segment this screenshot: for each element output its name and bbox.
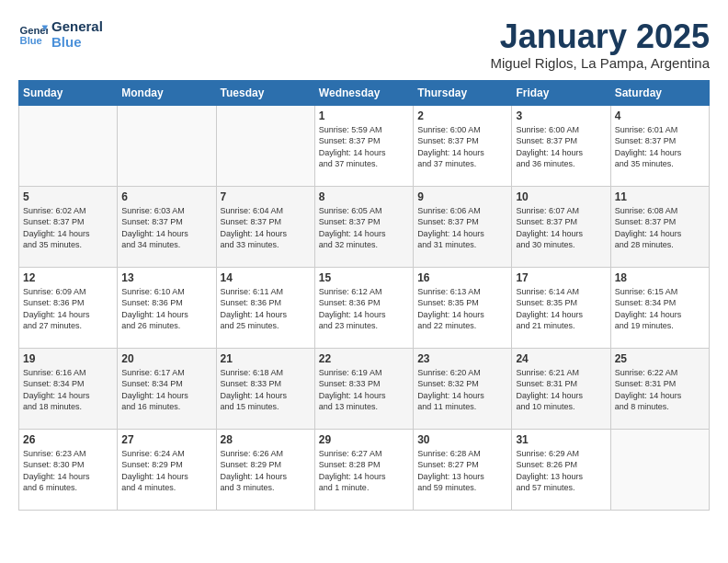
- weekday-header-tuesday: Tuesday: [216, 80, 314, 105]
- day-info: Sunrise: 6:27 AM Sunset: 8:28 PM Dayligh…: [319, 448, 409, 494]
- day-number: 14: [221, 271, 311, 284]
- day-info: Sunrise: 6:07 AM Sunset: 8:37 PM Dayligh…: [516, 205, 606, 251]
- day-info: Sunrise: 6:10 AM Sunset: 8:36 PM Dayligh…: [121, 286, 211, 332]
- calendar-cell: 11Sunrise: 6:08 AM Sunset: 8:37 PM Dayli…: [610, 186, 709, 267]
- calendar-cell: 29Sunrise: 6:27 AM Sunset: 8:28 PM Dayli…: [314, 429, 413, 510]
- calendar-cell: 2Sunrise: 6:00 AM Sunset: 8:37 PM Daylig…: [414, 105, 512, 186]
- calendar-cell: [610, 429, 709, 510]
- day-number: 19: [23, 352, 113, 365]
- title-block: January 2025 Miguel Riglos, La Pampa, Ar…: [491, 18, 710, 71]
- day-number: 31: [516, 433, 606, 446]
- day-number: 12: [23, 271, 113, 284]
- day-info: Sunrise: 6:06 AM Sunset: 8:37 PM Dayligh…: [417, 205, 507, 251]
- calendar-cell: 22Sunrise: 6:19 AM Sunset: 8:33 PM Dayli…: [314, 348, 413, 429]
- day-number: 25: [615, 352, 705, 365]
- day-number: 9: [417, 190, 507, 203]
- day-number: 3: [516, 109, 606, 122]
- calendar-cell: 7Sunrise: 6:04 AM Sunset: 8:37 PM Daylig…: [216, 186, 314, 267]
- calendar-cell: 12Sunrise: 6:09 AM Sunset: 8:36 PM Dayli…: [19, 267, 118, 348]
- weekday-header-wednesday: Wednesday: [314, 80, 413, 105]
- day-number: 5: [23, 190, 113, 203]
- day-info: Sunrise: 6:15 AM Sunset: 8:34 PM Dayligh…: [615, 286, 705, 332]
- day-info: Sunrise: 6:08 AM Sunset: 8:37 PM Dayligh…: [615, 205, 705, 251]
- day-info: Sunrise: 6:16 AM Sunset: 8:34 PM Dayligh…: [23, 367, 113, 413]
- day-number: 17: [516, 271, 606, 284]
- logo-line2: Blue: [51, 34, 103, 50]
- day-info: Sunrise: 6:01 AM Sunset: 8:37 PM Dayligh…: [615, 124, 705, 170]
- day-number: 11: [615, 190, 705, 203]
- day-number: 4: [615, 109, 705, 122]
- calendar-cell: 18Sunrise: 6:15 AM Sunset: 8:34 PM Dayli…: [610, 267, 709, 348]
- day-info: Sunrise: 6:21 AM Sunset: 8:31 PM Dayligh…: [516, 367, 606, 413]
- day-info: Sunrise: 6:00 AM Sunset: 8:37 PM Dayligh…: [516, 124, 606, 170]
- calendar-cell: 15Sunrise: 6:12 AM Sunset: 8:36 PM Dayli…: [314, 267, 413, 348]
- calendar-cell: 19Sunrise: 6:16 AM Sunset: 8:34 PM Dayli…: [19, 348, 118, 429]
- day-info: Sunrise: 6:19 AM Sunset: 8:33 PM Dayligh…: [319, 367, 409, 413]
- calendar-cell: 6Sunrise: 6:03 AM Sunset: 8:37 PM Daylig…: [118, 186, 216, 267]
- day-info: Sunrise: 6:04 AM Sunset: 8:37 PM Dayligh…: [221, 205, 311, 251]
- weekday-header-thursday: Thursday: [414, 80, 512, 105]
- calendar-cell: 5Sunrise: 6:02 AM Sunset: 8:37 PM Daylig…: [19, 186, 118, 267]
- calendar-cell: 23Sunrise: 6:20 AM Sunset: 8:32 PM Dayli…: [414, 348, 512, 429]
- day-info: Sunrise: 6:18 AM Sunset: 8:33 PM Dayligh…: [221, 367, 311, 413]
- calendar-cell: 9Sunrise: 6:06 AM Sunset: 8:37 PM Daylig…: [414, 186, 512, 267]
- weekday-header-sunday: Sunday: [19, 80, 118, 105]
- day-number: 20: [121, 352, 211, 365]
- calendar-cell: [19, 105, 118, 186]
- calendar-cell: 25Sunrise: 6:22 AM Sunset: 8:31 PM Dayli…: [610, 348, 709, 429]
- day-number: 24: [516, 352, 606, 365]
- calendar-cell: [118, 105, 216, 186]
- day-info: Sunrise: 6:23 AM Sunset: 8:30 PM Dayligh…: [23, 448, 113, 494]
- day-info: Sunrise: 6:11 AM Sunset: 8:36 PM Dayligh…: [221, 286, 311, 332]
- page-header: General Blue General Blue January 2025 M…: [18, 18, 710, 71]
- day-number: 8: [319, 190, 409, 203]
- day-number: 7: [221, 190, 311, 203]
- day-number: 15: [319, 271, 409, 284]
- calendar-cell: 31Sunrise: 6:29 AM Sunset: 8:26 PM Dayli…: [512, 429, 610, 510]
- day-info: Sunrise: 6:03 AM Sunset: 8:37 PM Dayligh…: [121, 205, 211, 251]
- calendar-cell: 20Sunrise: 6:17 AM Sunset: 8:34 PM Dayli…: [118, 348, 216, 429]
- day-number: 10: [516, 190, 606, 203]
- day-number: 26: [23, 433, 113, 446]
- location: Miguel Riglos, La Pampa, Argentina: [491, 55, 710, 71]
- calendar-week-2: 5Sunrise: 6:02 AM Sunset: 8:37 PM Daylig…: [19, 186, 710, 267]
- day-number: 29: [319, 433, 409, 446]
- day-number: 27: [121, 433, 211, 446]
- day-info: Sunrise: 6:00 AM Sunset: 8:37 PM Dayligh…: [417, 124, 507, 170]
- calendar-week-1: 1Sunrise: 5:59 AM Sunset: 8:37 PM Daylig…: [19, 105, 710, 186]
- calendar-week-4: 19Sunrise: 6:16 AM Sunset: 8:34 PM Dayli…: [19, 348, 710, 429]
- day-number: 23: [417, 352, 507, 365]
- calendar-cell: 21Sunrise: 6:18 AM Sunset: 8:33 PM Dayli…: [216, 348, 314, 429]
- svg-text:Blue: Blue: [20, 35, 42, 46]
- weekday-header-saturday: Saturday: [610, 80, 709, 105]
- calendar-cell: 13Sunrise: 6:10 AM Sunset: 8:36 PM Dayli…: [118, 267, 216, 348]
- calendar-cell: 26Sunrise: 6:23 AM Sunset: 8:30 PM Dayli…: [19, 429, 118, 510]
- calendar: SundayMondayTuesdayWednesdayThursdayFrid…: [18, 80, 710, 511]
- day-info: Sunrise: 5:59 AM Sunset: 8:37 PM Dayligh…: [319, 124, 409, 170]
- calendar-cell: 17Sunrise: 6:14 AM Sunset: 8:35 PM Dayli…: [512, 267, 610, 348]
- calendar-cell: 8Sunrise: 6:05 AM Sunset: 8:37 PM Daylig…: [314, 186, 413, 267]
- day-info: Sunrise: 6:05 AM Sunset: 8:37 PM Dayligh…: [319, 205, 409, 251]
- day-info: Sunrise: 6:29 AM Sunset: 8:26 PM Dayligh…: [516, 448, 606, 494]
- calendar-cell: 3Sunrise: 6:00 AM Sunset: 8:37 PM Daylig…: [512, 105, 610, 186]
- month-title: January 2025: [491, 18, 710, 55]
- day-number: 28: [221, 433, 311, 446]
- weekday-header-row: SundayMondayTuesdayWednesdayThursdayFrid…: [19, 80, 710, 105]
- day-info: Sunrise: 6:17 AM Sunset: 8:34 PM Dayligh…: [121, 367, 211, 413]
- logo: General Blue General Blue: [18, 18, 103, 50]
- calendar-cell: [216, 105, 314, 186]
- day-number: 18: [615, 271, 705, 284]
- day-number: 16: [417, 271, 507, 284]
- day-info: Sunrise: 6:26 AM Sunset: 8:29 PM Dayligh…: [221, 448, 311, 494]
- calendar-week-5: 26Sunrise: 6:23 AM Sunset: 8:30 PM Dayli…: [19, 429, 710, 510]
- calendar-cell: 16Sunrise: 6:13 AM Sunset: 8:35 PM Dayli…: [414, 267, 512, 348]
- day-number: 22: [319, 352, 409, 365]
- calendar-cell: 27Sunrise: 6:24 AM Sunset: 8:29 PM Dayli…: [118, 429, 216, 510]
- calendar-cell: 28Sunrise: 6:26 AM Sunset: 8:29 PM Dayli…: [216, 429, 314, 510]
- calendar-cell: 14Sunrise: 6:11 AM Sunset: 8:36 PM Dayli…: [216, 267, 314, 348]
- day-info: Sunrise: 6:12 AM Sunset: 8:36 PM Dayligh…: [319, 286, 409, 332]
- day-info: Sunrise: 6:13 AM Sunset: 8:35 PM Dayligh…: [417, 286, 507, 332]
- logo-icon: General Blue: [18, 19, 48, 49]
- day-info: Sunrise: 6:02 AM Sunset: 8:37 PM Dayligh…: [23, 205, 113, 251]
- day-number: 1: [319, 109, 409, 122]
